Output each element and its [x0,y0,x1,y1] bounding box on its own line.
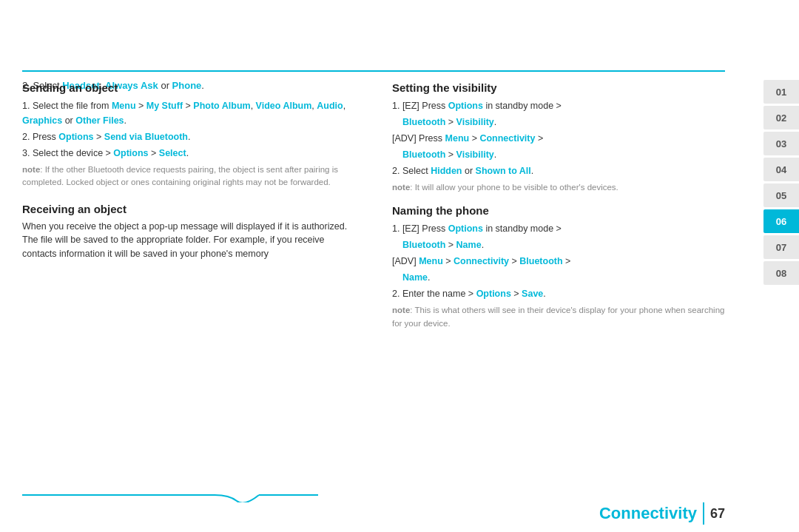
naming-step2: 2. Enter the name > Options > Save. [392,286,725,301]
sending-note: note: If the other Bluetooth device requ… [22,164,355,189]
nav-tab-03[interactable]: 03 [763,132,799,155]
vis-adv-gt4: > [445,149,456,160]
visibility-step1-ez-cont: Bluetooth > Visibility. [402,115,725,129]
vis-gt1: > [445,117,456,127]
step1-gt2: > [183,101,193,111]
step2-options: Options [58,132,93,142]
step1-otherfiles: Other Files [75,115,124,126]
sending-heading: Sending an object [22,81,355,94]
nam-save: Save [522,289,543,299]
step3-before: 3. Select the device > [22,148,113,158]
right-column: Setting the visibility 1. [EZ] Press Opt… [385,81,725,480]
vis-adv-connectivity: Connectivity [479,133,535,144]
nav-tab-02[interactable]: 02 [763,106,799,129]
vis-period3: . [531,166,533,176]
step3-gt4: > [149,148,159,158]
vis-adv-before: [ADV] Press [392,133,445,144]
step1-audio: Audio [317,101,343,111]
receiving-body: When you receive the object a pop-up mes… [22,220,355,261]
bottom-decoration [22,488,318,502]
nam-gt5: > [511,289,522,299]
sending-step3: 3. Select the device > Options > Select. [22,146,355,161]
vis-ez-after: in standby mode > [483,101,562,111]
footer-divider [703,502,704,525]
vis-step2-before: 2. Select [392,166,431,176]
step1-before: 1. Select the file from [22,101,112,111]
nav-tab-04[interactable]: 04 [763,158,799,181]
nam-ez-after: in standby mode > [483,223,562,234]
nav-tab-05[interactable]: 05 [763,183,799,207]
vis-vis1: Visibility [456,117,494,127]
nam-options2: Options [476,289,511,299]
nam-adv-period2: . [428,272,430,283]
nav-tab-08[interactable]: 08 [763,261,799,285]
vis-bt1: Bluetooth [402,117,445,127]
visibility-step2: 2. Select Hidden or Shown to All. [392,164,725,178]
visibility-note: note: It will allow your phone to be vis… [392,181,725,194]
nam-bt1: Bluetooth [402,240,445,250]
visibility-heading: Setting the visibility [392,81,725,94]
nam-adv-gt2: > [443,256,454,266]
visibility-step1-ez: 1. [EZ] Press Options in standby mode > [392,98,725,113]
vis-hidden: Hidden [431,166,462,176]
nam-period1: . [482,240,484,250]
step3-options: Options [113,148,148,158]
step1-period: . [124,115,127,126]
nav-tab-06[interactable]: 06 [763,209,799,233]
step1-graphics: Graphics [22,115,62,126]
nam-adv-name2: Name [402,272,428,283]
vis-adv-gt3: > [535,133,543,144]
top-line [22,70,725,72]
vis-note-label: note [392,183,410,192]
vis-adv-menu: Menu [445,133,470,144]
nam-note-text: : This is what others will see in their … [392,306,724,327]
step1-comma3: , [343,101,345,111]
vis-shown: Shown to All [476,166,531,176]
nam-name1: Name [456,240,482,250]
sending-step2: 2. Press Options > Send via Bluetooth. [22,129,355,144]
step1-menu: Menu [112,101,136,111]
step2-period: . [188,132,190,142]
nam-adv-gt3: > [509,256,519,266]
vis-ez-options: Options [448,101,483,111]
step1-mystuff: My Stuff [146,101,183,111]
naming-step1-adv-cont: Name. [402,270,725,285]
step1-videoalbum: Video Album [256,101,312,111]
naming-note: note: This is what others will see in th… [392,304,725,330]
footer: Connectivity 67 [599,502,725,525]
step3-select: Select [159,148,186,158]
vis-ez-before: 1. [EZ] Press [392,101,448,111]
vis-adv-bt2: Bluetooth [402,149,445,160]
visibility-step1-adv: [ADV] Press Menu > Connectivity > [392,131,725,146]
step3-period: . [186,148,189,158]
nam-step2-before: 2. Enter the name > [392,289,476,299]
nam-adv-connectivity: Connectivity [454,256,509,266]
nam-note-label: note [392,306,410,314]
step1-photoalbum: Photo Album [193,101,250,111]
step2-gt3: > [94,132,104,142]
vis-adv-gt2: > [469,133,479,144]
main-content: Sending an object 1. Select the file fro… [22,81,725,480]
nam-ez-options: Options [448,223,483,234]
vis-or: or [462,166,475,176]
sending-note-text: : If the other Bluetooth device requests… [22,165,338,186]
nam-adv-gt4: > [563,256,571,266]
visibility-step1-adv-cont: Bluetooth > Visibility. [402,147,725,162]
naming-step1-ez: 1. [EZ] Press Options in standby mode > [392,221,725,236]
nav-tab-01[interactable]: 01 [763,80,799,104]
sending-step1: 1. Select the file from Menu > My Stuff … [22,98,355,128]
nam-gt1: > [445,240,456,250]
nav-tab-07[interactable]: 07 [763,235,799,259]
nam-adv-before: [ADV] [392,256,419,266]
naming-step1-ez-cont: Bluetooth > Name. [402,238,725,252]
step2-before: 2. Press [22,132,58,142]
vis-period1: . [494,117,496,127]
receiving-heading: Receiving an object [22,203,355,215]
nam-period3: . [543,289,545,299]
naming-heading: Naming the phone [392,204,725,217]
footer-page-number: 67 [710,506,725,522]
page-container: 2. Select Headset, Always Ask or Phone. … [0,0,799,532]
left-column: Sending an object 1. Select the file fro… [22,81,363,480]
step1-comma1: , [251,101,256,111]
vis-note-text: : It will allow your phone to be visible… [410,183,618,192]
